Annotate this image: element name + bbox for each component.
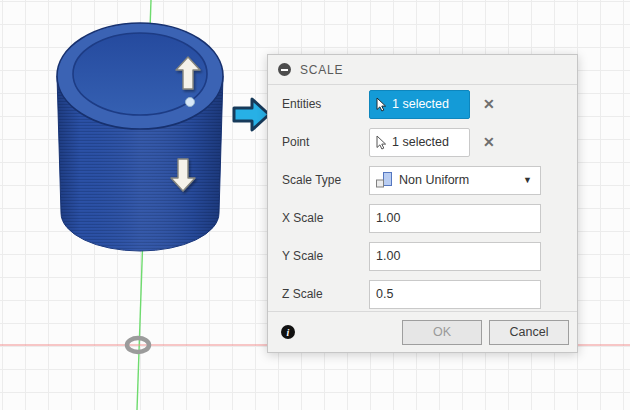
x-scale-input[interactable] [369,204,541,233]
cancel-button[interactable]: Cancel [489,320,569,345]
z-scale-row: Z Scale [268,275,577,313]
entities-label: Entities [282,97,369,111]
x-scale-label: X Scale [282,211,369,225]
scale-type-row: Scale Type Non Uniform ▼ [268,161,577,199]
cursor-icon [376,135,387,150]
z-scale-input[interactable] [369,280,541,309]
dialog-header: SCALE [268,55,577,85]
dialog-title: SCALE [300,63,343,77]
y-scale-row: Y Scale [268,237,577,275]
selected-point-marker[interactable] [186,98,195,107]
point-selected-count: 1 selected [392,135,449,149]
dialog-footer: i OK Cancel [268,311,577,352]
info-icon[interactable]: i [281,325,295,339]
scale-dialog: SCALE Entities 1 selected ✕ Point 1 sele… [267,54,578,353]
cursor-icon [376,97,387,112]
entities-selection-field[interactable]: 1 selected [369,90,470,119]
entities-selected-count: 1 selected [392,97,449,111]
y-scale-label: Y Scale [282,249,369,263]
point-selection-field[interactable]: 1 selected [369,128,470,157]
point-label: Point [282,135,369,149]
point-clear-icon[interactable]: ✕ [483,135,495,149]
entities-row: Entities 1 selected ✕ [268,85,577,123]
z-scale-label: Z Scale [282,287,369,301]
scale-type-value: Non Uniform [399,173,469,187]
scale-type-dropdown[interactable]: Non Uniform ▼ [369,166,541,195]
ok-button[interactable]: OK [402,320,482,345]
x-scale-row: X Scale [268,199,577,237]
scale-type-label: Scale Type [282,173,369,187]
point-row: Point 1 selected ✕ [268,123,577,161]
y-scale-input[interactable] [369,242,541,271]
non-uniform-scale-icon [375,171,393,189]
direction-arrow-handle[interactable] [234,99,269,130]
collapse-icon[interactable] [278,63,291,76]
cylinder-model[interactable] [57,23,223,251]
entities-clear-icon[interactable]: ✕ [483,97,495,111]
chevron-down-icon: ▼ [523,175,532,185]
